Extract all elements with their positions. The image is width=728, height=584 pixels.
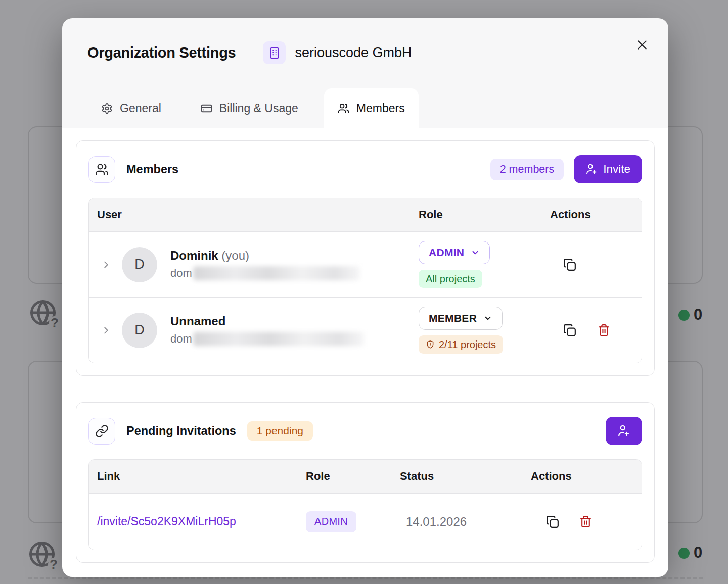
projects-access-badge: 2/11 projects (419, 335, 503, 354)
org-name: seriouscode GmbH (295, 45, 412, 61)
column-header-role: Role (419, 208, 550, 221)
status-dot (678, 548, 690, 559)
members-count-badge: 2 members (490, 159, 564, 180)
copy-link-button[interactable] (546, 515, 559, 528)
tab-general[interactable]: General (87, 88, 175, 128)
dashed-divider (28, 577, 703, 579)
page-title: Organization Settings (87, 44, 236, 61)
column-header-role: Role (306, 470, 400, 483)
member-row: D Unnamed dom ME (89, 297, 642, 363)
chevron-right-icon (101, 325, 112, 336)
chevron-down-icon (483, 314, 492, 323)
globe-question-icon: ? (28, 541, 56, 568)
modal-header: Organization Settings seriouscode GmbH G… (62, 18, 668, 128)
user-plus-icon (617, 424, 630, 437)
copy-button[interactable] (563, 258, 576, 271)
org-chip: seriouscode GmbH (263, 41, 412, 64)
avatar: D (122, 313, 157, 348)
redacted-email (193, 266, 360, 280)
delete-member-button[interactable] (598, 324, 610, 336)
organization-settings-modal: Organization Settings seriouscode GmbH G… (62, 18, 668, 570)
link-icon (88, 418, 115, 445)
member-row: D Dominik (you) dom (89, 231, 642, 297)
expand-row-button[interactable] (101, 325, 112, 336)
avatar: D (122, 247, 157, 282)
chevron-right-icon (101, 259, 112, 270)
tab-members[interactable]: Members (324, 88, 419, 128)
count-label: 0 (694, 306, 702, 324)
tab-label: Members (356, 102, 405, 115)
column-header-actions: Actions (531, 470, 642, 483)
member-name: Unnamed (170, 314, 364, 328)
projects-access-badge: All projects (419, 270, 482, 288)
role-dropdown[interactable]: MEMBER (419, 307, 503, 330)
tab-label: General (120, 102, 161, 115)
role-badge: ADMIN (306, 511, 356, 532)
role-dropdown[interactable]: ADMIN (419, 241, 490, 264)
shield-icon (426, 340, 435, 349)
expand-row-button[interactable] (101, 259, 112, 270)
users-icon (88, 156, 115, 183)
user-plus-icon (585, 163, 598, 175)
modal-body: Members 2 members Invite User Role Actio… (62, 128, 668, 577)
count-label: 0 (694, 544, 702, 562)
trash-icon (579, 515, 592, 528)
pending-table-header: Link Role Status Actions (89, 460, 642, 493)
globe-question-icon: ? (29, 299, 57, 326)
create-invite-button[interactable] (606, 417, 642, 445)
copy-icon (563, 258, 576, 271)
member-email: dom (170, 332, 364, 346)
column-header-link: Link (89, 470, 306, 483)
trash-icon (598, 324, 610, 336)
pending-invitations-table: Link Role Status Actions /invite/Sc5o2K9… (88, 459, 642, 550)
invite-expiry-date: 14.01.2026 (400, 494, 531, 550)
members-section: Members 2 members Invite User Role Actio… (76, 140, 655, 376)
section-title: Pending Invitations (126, 424, 236, 438)
members-table: User Role Actions D Dominik (88, 198, 642, 363)
column-header-user: User (89, 208, 419, 221)
tab-billing-usage[interactable]: Billing & Usage (187, 88, 312, 128)
building-icon (263, 41, 286, 64)
invite-link[interactable]: /invite/Sc5o2K9XMiLrH05p (97, 515, 236, 528)
copy-icon (563, 324, 576, 337)
tab-label: Billing & Usage (219, 102, 298, 115)
section-title: Members (126, 163, 178, 176)
delete-invite-button[interactable] (579, 515, 592, 528)
tab-bar: General Billing & Usage Members (87, 88, 419, 128)
member-email: dom (170, 266, 360, 280)
redacted-email (193, 332, 364, 346)
credit-card-icon (201, 103, 212, 114)
pending-count-badge: 1 pending (247, 421, 313, 441)
users-icon (338, 103, 349, 114)
copy-icon (546, 515, 559, 528)
close-icon (635, 38, 649, 52)
copy-button[interactable] (563, 324, 576, 337)
member-name: Dominik (you) (170, 249, 360, 263)
invite-button[interactable]: Invite (574, 155, 642, 183)
you-suffix: (you) (221, 249, 249, 262)
pending-invitation-row: /invite/Sc5o2K9XMiLrH05p ADMIN 14.01.202… (89, 493, 642, 550)
gear-icon (101, 103, 113, 114)
column-header-status: Status (400, 470, 531, 483)
status-dot (678, 310, 690, 321)
chevron-down-icon (471, 248, 480, 257)
members-table-header: User Role Actions (89, 198, 642, 231)
pending-invitations-section: Pending Invitations 1 pending Link Role … (76, 402, 655, 563)
column-header-actions: Actions (550, 208, 642, 221)
close-button[interactable] (635, 38, 649, 52)
